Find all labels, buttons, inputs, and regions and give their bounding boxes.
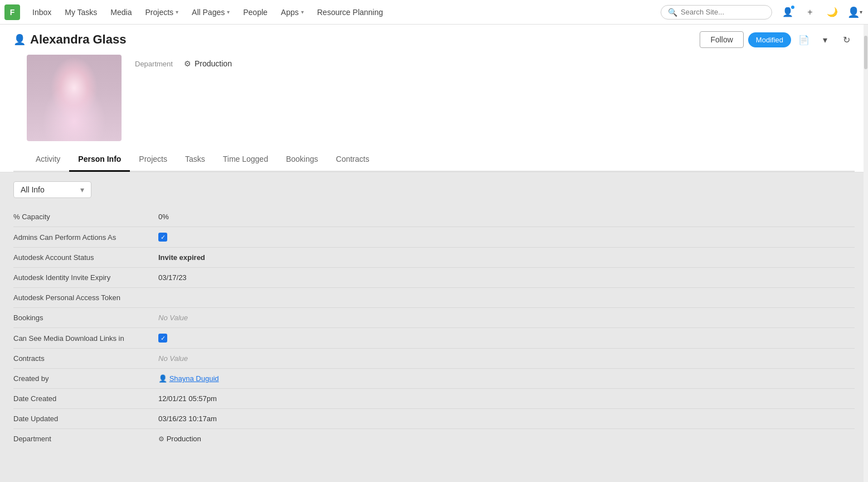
person-name: Alexandra Glass bbox=[30, 32, 126, 47]
top-navigation: F Inbox My Tasks Media Projects ▾ All Pa… bbox=[0, 0, 868, 25]
tab-tasks[interactable]: Tasks bbox=[176, 148, 214, 172]
field-label: Date Updated bbox=[13, 414, 158, 423]
user-avatar-nav[interactable]: 👤 ▾ bbox=[846, 3, 864, 21]
search-icon: 🔍 bbox=[668, 8, 677, 17]
scrollbar-track[interactable] bbox=[864, 25, 868, 482]
app-logo[interactable]: F bbox=[4, 4, 20, 20]
person-details: Department ⚙ Production bbox=[135, 55, 232, 68]
tab-bar: Activity Person Info Projects Tasks Time… bbox=[13, 148, 855, 172]
field-value: 03/17/23 bbox=[158, 273, 187, 282]
field-value: 12/01/21 05:57pm bbox=[158, 394, 217, 403]
tab-contracts[interactable]: Contracts bbox=[327, 148, 379, 172]
field-label: % Capacity bbox=[13, 213, 158, 221]
content-area: All Info ▾ % Capacity 0% Admins Can Perf… bbox=[0, 172, 868, 482]
checkbox-checked[interactable]: ✓ bbox=[158, 334, 167, 343]
refresh-button[interactable]: ↻ bbox=[838, 31, 855, 48]
person-header: 👤 Alexandra Glass Follow Modified 📄 ▾ ↻ … bbox=[0, 25, 868, 172]
chevron-down-icon: ▾ bbox=[860, 9, 862, 15]
field-value: 0% bbox=[158, 213, 169, 221]
person-icon: 👤 bbox=[13, 33, 26, 46]
tab-projects[interactable]: Projects bbox=[130, 148, 176, 172]
notifications-button[interactable]: 👤 bbox=[779, 3, 797, 21]
chevron-down-icon: ▾ bbox=[227, 9, 230, 15]
table-row: Can See Media Download Links in ✓ bbox=[13, 328, 855, 349]
scrollbar-thumb[interactable] bbox=[864, 36, 867, 69]
all-info-dropdown[interactable]: All Info ▾ bbox=[13, 181, 91, 198]
nav-all-pages[interactable]: All Pages ▾ bbox=[186, 6, 235, 19]
table-row: Contracts No Value bbox=[13, 349, 855, 369]
field-label: Can See Media Download Links in bbox=[13, 334, 158, 343]
table-row: Bookings No Value bbox=[13, 308, 855, 328]
tab-time-logged[interactable]: Time Logged bbox=[214, 148, 277, 172]
table-row: Created by 👤 Shayna Duguid bbox=[13, 369, 855, 389]
field-value: Invite expired bbox=[158, 253, 205, 262]
notification-badge bbox=[790, 4, 796, 10]
field-value: 👤 Shayna Duguid bbox=[158, 374, 219, 383]
search-bar[interactable]: 🔍 bbox=[661, 5, 772, 20]
moon-icon: 🌙 bbox=[827, 7, 838, 17]
field-label: Autodesk Personal Access Token bbox=[13, 293, 158, 302]
nav-projects[interactable]: Projects ▾ bbox=[139, 6, 184, 19]
field-label: Department bbox=[13, 435, 158, 443]
info-table: % Capacity 0% Admins Can Perform Actions… bbox=[13, 207, 855, 449]
chevron-down-icon: ▾ bbox=[301, 9, 304, 15]
nav-inbox[interactable]: Inbox bbox=[27, 6, 57, 19]
org-chart-icon: ⚙ bbox=[158, 435, 164, 443]
profile-section: Department ⚙ Production bbox=[13, 55, 855, 148]
add-button[interactable]: + bbox=[801, 3, 819, 21]
nav-resource-planning[interactable]: Resource Planning bbox=[312, 6, 389, 19]
dark-mode-button[interactable]: 🌙 bbox=[823, 3, 841, 21]
document-icon: 📄 bbox=[798, 35, 809, 45]
document-icon-button[interactable]: 📄 bbox=[796, 31, 812, 48]
table-row: Date Created 12/01/21 05:57pm bbox=[13, 389, 855, 409]
field-label: Autodesk Account Status bbox=[13, 253, 158, 262]
nav-media[interactable]: Media bbox=[105, 6, 137, 19]
field-label: Bookings bbox=[13, 314, 158, 322]
table-row: Autodesk Account Status Invite expired bbox=[13, 248, 855, 268]
department-label: Department bbox=[135, 60, 180, 68]
tab-activity[interactable]: Activity bbox=[27, 148, 69, 172]
created-by-link[interactable]: Shayna Duguid bbox=[169, 374, 219, 383]
dropdown-label: All Info bbox=[21, 185, 45, 194]
org-chart-icon: ⚙ bbox=[184, 59, 191, 68]
field-value: No Value bbox=[158, 314, 188, 322]
person-title-row: 👤 Alexandra Glass Follow Modified 📄 ▾ ↻ bbox=[13, 31, 855, 48]
nav-people[interactable]: People bbox=[237, 6, 273, 19]
table-row: Autodesk Personal Access Token bbox=[13, 288, 855, 308]
field-label: Created by bbox=[13, 374, 158, 383]
table-row: % Capacity 0% bbox=[13, 207, 855, 227]
search-input[interactable] bbox=[681, 8, 764, 16]
department-row: Department ⚙ Production bbox=[135, 55, 232, 68]
chevron-down-button[interactable]: ▾ bbox=[817, 31, 833, 48]
table-row: Admins Can Perform Actions As ✓ bbox=[13, 227, 855, 248]
person-icon: 👤 bbox=[158, 374, 167, 383]
chevron-down-icon: ▾ bbox=[176, 9, 178, 15]
title-actions: Follow Modified 📄 ▾ ↻ bbox=[700, 31, 855, 48]
chevron-down-icon: ▾ bbox=[823, 35, 827, 45]
nav-icon-group: 👤 + 🌙 👤 ▾ bbox=[779, 3, 864, 21]
field-label: Contracts bbox=[13, 354, 158, 363]
profile-photo bbox=[27, 55, 122, 141]
field-label: Autodesk Identity Invite Expiry bbox=[13, 273, 158, 282]
follow-button[interactable]: Follow bbox=[700, 31, 743, 48]
plus-icon: + bbox=[807, 7, 812, 17]
nav-my-tasks[interactable]: My Tasks bbox=[59, 6, 103, 19]
department-value: ⚙ Production bbox=[184, 59, 232, 68]
table-row: Autodesk Identity Invite Expiry 03/17/23 bbox=[13, 268, 855, 288]
chevron-down-icon: ▾ bbox=[80, 185, 84, 194]
avatar-icon: 👤 bbox=[847, 6, 860, 18]
nav-apps[interactable]: Apps ▾ bbox=[275, 6, 309, 19]
field-label: Admins Can Perform Actions As bbox=[13, 233, 158, 242]
filter-row: All Info ▾ bbox=[13, 181, 855, 198]
table-row: Department ⚙ Production bbox=[13, 429, 855, 449]
refresh-icon: ↻ bbox=[843, 35, 850, 45]
field-label: Date Created bbox=[13, 394, 158, 403]
tab-bookings[interactable]: Bookings bbox=[277, 148, 327, 172]
modified-button[interactable]: Modified bbox=[748, 32, 791, 47]
table-row: Date Updated 03/16/23 10:17am bbox=[13, 409, 855, 429]
checkbox-checked[interactable]: ✓ bbox=[158, 233, 167, 242]
field-value: No Value bbox=[158, 354, 188, 363]
field-value: ⚙ Production bbox=[158, 435, 201, 443]
tab-person-info[interactable]: Person Info bbox=[69, 148, 130, 172]
field-value: 03/16/23 10:17am bbox=[158, 414, 217, 423]
